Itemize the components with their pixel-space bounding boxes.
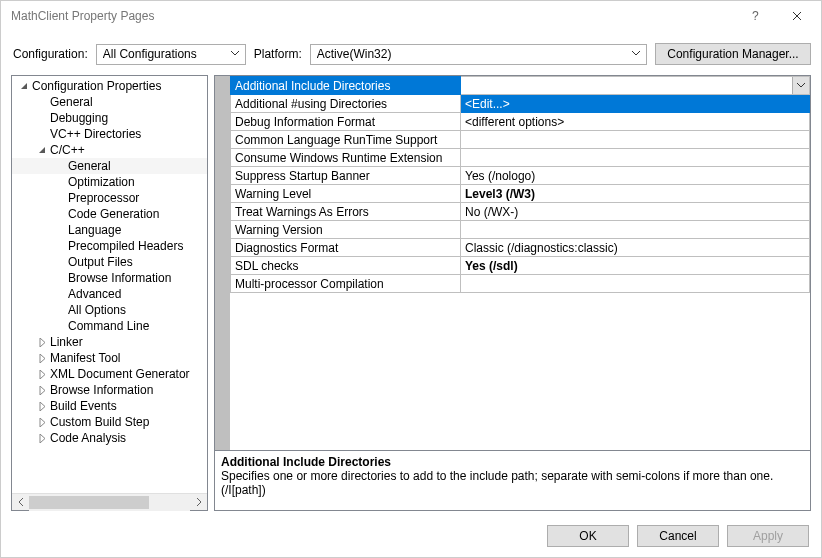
tree-item[interactable]: Linker	[12, 334, 207, 350]
tree-item[interactable]: Command Line	[12, 318, 207, 334]
property-name: Suppress Startup Banner	[231, 167, 461, 185]
tree-item[interactable]: Preprocessor	[12, 190, 207, 206]
property-name: Diagnostics Format	[231, 239, 461, 257]
tree-item[interactable]: Code Analysis	[12, 430, 207, 446]
close-button[interactable]	[777, 1, 817, 31]
property-grid[interactable]: Additional Include DirectoriesAdditional…	[230, 76, 810, 293]
main-area: Configuration PropertiesGeneralDebugging…	[1, 75, 821, 517]
tree-item[interactable]: XML Document Generator	[12, 366, 207, 382]
property-value[interactable]: Level3 (/W3)	[461, 185, 810, 203]
property-value[interactable]: Yes (/sdl)	[461, 257, 810, 275]
description-panel: Additional Include Directories Specifies…	[215, 450, 810, 510]
property-name: Common Language RunTime Support	[231, 131, 461, 149]
scroll-right-icon[interactable]	[190, 494, 207, 511]
ok-button[interactable]: OK	[547, 525, 629, 547]
cancel-label: Cancel	[659, 529, 696, 543]
chevron-down-icon	[628, 51, 644, 57]
scroll-left-icon[interactable]	[12, 494, 29, 511]
property-name: Debug Information Format	[231, 113, 461, 131]
expander-icon	[36, 432, 48, 444]
tree-item-label: Linker	[50, 335, 83, 349]
configuration-manager-button[interactable]: Configuration Manager...	[655, 43, 811, 65]
property-row[interactable]: Warning LevelLevel3 (/W3)	[231, 185, 810, 203]
description-title: Additional Include Directories	[221, 455, 804, 469]
tree-item[interactable]: General	[12, 94, 207, 110]
property-row[interactable]: Diagnostics FormatClassic (/diagnostics:…	[231, 239, 810, 257]
configuration-combo[interactable]: All Configurations	[96, 44, 246, 65]
property-row[interactable]: Treat Warnings As ErrorsNo (/WX-)	[231, 203, 810, 221]
tree-item[interactable]: Code Generation	[12, 206, 207, 222]
tree-item[interactable]: Build Events	[12, 398, 207, 414]
property-value[interactable]: <Edit...>	[461, 95, 810, 113]
dropdown-button[interactable]	[792, 77, 809, 94]
property-name: Consume Windows Runtime Extension	[231, 149, 461, 167]
property-value[interactable]	[461, 275, 810, 293]
property-value[interactable]	[461, 77, 810, 95]
tree-item[interactable]: All Options	[12, 302, 207, 318]
tree-item[interactable]: Precompiled Headers	[12, 238, 207, 254]
apply-button[interactable]: Apply	[727, 525, 809, 547]
property-name: Additional Include Directories	[231, 77, 461, 95]
property-grid-area: Additional Include DirectoriesAdditional…	[215, 76, 810, 450]
property-row[interactable]: Additional Include Directories	[231, 77, 810, 95]
property-value[interactable]: Classic (/diagnostics:classic)	[461, 239, 810, 257]
property-value[interactable]: No (/WX-)	[461, 203, 810, 221]
tree-item-label: Language	[68, 223, 121, 237]
tree-item-label: Code Analysis	[50, 431, 126, 445]
property-value[interactable]: <different options>	[461, 113, 810, 131]
platform-label: Platform:	[254, 47, 302, 61]
tree-item[interactable]: Optimization	[12, 174, 207, 190]
tree-item[interactable]: Advanced	[12, 286, 207, 302]
window-titlebar: MathClient Property Pages ?	[1, 1, 821, 31]
property-grid-panel: Additional Include DirectoriesAdditional…	[214, 75, 811, 511]
tree-item-label: Command Line	[68, 319, 149, 333]
tree-item[interactable]: Browse Information	[12, 382, 207, 398]
tree-item[interactable]: Output Files	[12, 254, 207, 270]
help-button[interactable]: ?	[737, 1, 777, 31]
tree-item-label: Preprocessor	[68, 191, 139, 205]
expander-icon	[18, 80, 30, 92]
tree-item-root[interactable]: Configuration Properties	[12, 78, 207, 94]
property-row[interactable]: Debug Information Format<different optio…	[231, 113, 810, 131]
platform-value: Active(Win32)	[317, 47, 628, 61]
property-name: SDL checks	[231, 257, 461, 275]
scroll-thumb[interactable]	[29, 496, 149, 509]
property-name: Warning Version	[231, 221, 461, 239]
tree-item-label: Browse Information	[68, 271, 171, 285]
configuration-label: Configuration:	[13, 47, 88, 61]
tree-item[interactable]: VC++ Directories	[12, 126, 207, 142]
config-toolbar: Configuration: All Configurations Platfo…	[1, 31, 821, 75]
tree-item-label: Browse Information	[50, 383, 153, 397]
property-value[interactable]	[461, 221, 810, 239]
expander-icon	[36, 144, 48, 156]
tree-item-label: Output Files	[68, 255, 133, 269]
tree-item[interactable]: Debugging	[12, 110, 207, 126]
tree-panel: Configuration PropertiesGeneralDebugging…	[11, 75, 208, 511]
tree-item[interactable]: C/C++	[12, 142, 207, 158]
tree-item[interactable]: Manifest Tool	[12, 350, 207, 366]
property-row[interactable]: Multi-processor Compilation	[231, 275, 810, 293]
property-row[interactable]: Consume Windows Runtime Extension	[231, 149, 810, 167]
property-row[interactable]: SDL checksYes (/sdl)	[231, 257, 810, 275]
tree-item-label: General	[50, 95, 93, 109]
property-value[interactable]: Yes (/nologo)	[461, 167, 810, 185]
property-row[interactable]: Common Language RunTime Support	[231, 131, 810, 149]
tree-item[interactable]: Browse Information	[12, 270, 207, 286]
scroll-track[interactable]	[29, 494, 190, 511]
property-value[interactable]	[461, 149, 810, 167]
tree[interactable]: Configuration PropertiesGeneralDebugging…	[12, 76, 207, 493]
tree-item-label: Debugging	[50, 111, 108, 125]
tree-item[interactable]: Language	[12, 222, 207, 238]
property-row[interactable]: Warning Version	[231, 221, 810, 239]
property-row[interactable]: Additional #using Directories<Edit...>	[231, 95, 810, 113]
property-row[interactable]: Suppress Startup BannerYes (/nologo)	[231, 167, 810, 185]
property-name: Multi-processor Compilation	[231, 275, 461, 293]
tree-scrollbar[interactable]	[12, 493, 207, 510]
tree-item-label: Advanced	[68, 287, 121, 301]
platform-combo[interactable]: Active(Win32)	[310, 44, 647, 65]
cancel-button[interactable]: Cancel	[637, 525, 719, 547]
tree-item[interactable]: General	[12, 158, 207, 174]
tree-item-label: C/C++	[50, 143, 85, 157]
property-value[interactable]	[461, 131, 810, 149]
tree-item[interactable]: Custom Build Step	[12, 414, 207, 430]
